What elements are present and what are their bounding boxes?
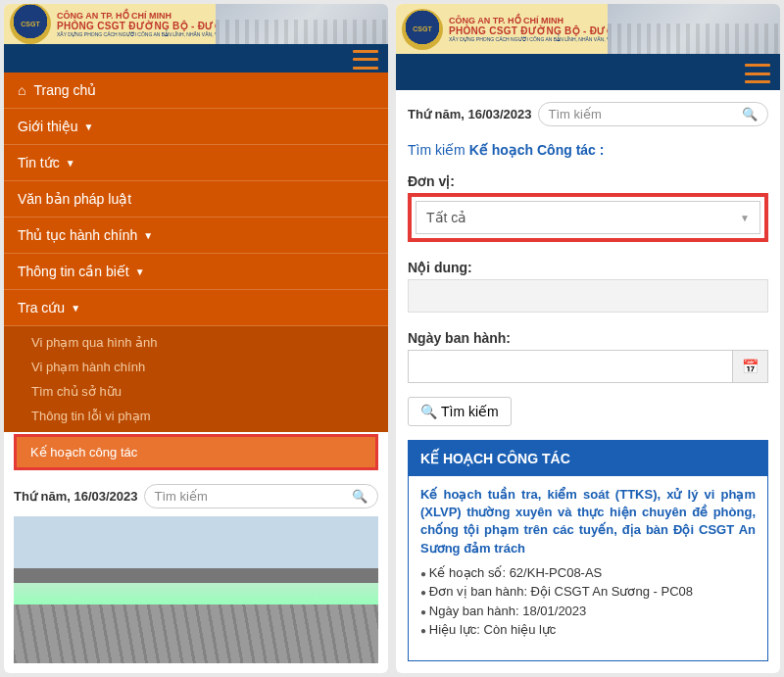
csgt-logo-icon: CSGT [10, 4, 51, 44]
search-icon: 🔍 [742, 107, 758, 121]
banner-photo [216, 4, 388, 44]
main-menu: Trang chủ Giới thiệu▼ Tin tức▼ Văn bản p… [4, 73, 388, 432]
search-placeholder: Tìm kiếm [155, 489, 208, 504]
menu-lookup-label: Tra cứu [18, 300, 65, 315]
plan-issuer: Đơn vị ban hành: Đội CSGT An Sương - PC0… [420, 582, 756, 602]
unit-select-value: Tất cả [426, 210, 466, 225]
panel-body: Kế hoạch tuần tra, kiểm soát (TTKS), xử … [409, 476, 767, 650]
results-panel: KẾ HOẠCH CÔNG TÁC Kế hoạch tuần tra, kiể… [408, 440, 768, 661]
content-label: Nội dung: [408, 260, 768, 275]
plan-number: Kế hoạch số: 62/KH-PC08-AS [420, 563, 756, 583]
menu-admin-label: Thủ tục hành chính [18, 227, 137, 243]
right-screenshot: CSGT CÔNG AN TP. HỒ CHÍ MINH PHÒNG CSGT … [396, 4, 780, 673]
search-placeholder: Tìm kiếm [549, 107, 602, 121]
header-banner: CSGT CÔNG AN TP. HỒ CHÍ MINH PHÒNG CSGT … [4, 4, 388, 47]
plan-title[interactable]: Kế hoạch tuần tra, kiểm soát (TTKS), xử … [420, 486, 756, 557]
search-title-bold: Kế hoạch Công tác : [469, 142, 605, 158]
search-input[interactable]: Tìm kiếm 🔍 [538, 102, 768, 126]
street-photo [14, 516, 378, 663]
search-input[interactable]: Tìm kiếm 🔍 [144, 484, 378, 508]
left-screenshot: CSGT CÔNG AN TP. HỒ CHÍ MINH PHÒNG CSGT … [4, 4, 388, 673]
search-title-prefix: Tìm kiếm [408, 142, 469, 158]
unit-select[interactable]: Tất cả ▼ [416, 201, 760, 234]
hamburger-icon[interactable] [745, 64, 770, 83]
highlighted-unit-select: Tất cả ▼ [408, 193, 768, 242]
date-input-row: 📅 [408, 350, 768, 383]
chevron-down-icon: ▼ [143, 230, 153, 241]
date-search-row: Thứ năm, 16/03/2023 Tìm kiếm 🔍 [408, 102, 768, 132]
menu-admin[interactable]: Thủ tục hành chính▼ [4, 218, 388, 254]
menu-lookup[interactable]: Tra cứu▼ [4, 290, 388, 326]
panel-title: KẾ HOẠCH CÔNG TÁC [409, 441, 767, 476]
search-button[interactable]: 🔍 Tìm kiếm [408, 397, 512, 426]
banner-photo [608, 4, 780, 54]
menu-info[interactable]: Thông tin cần biết▼ [4, 254, 388, 290]
menu-news-label: Tin tức [18, 155, 60, 170]
menu-news[interactable]: Tin tức▼ [4, 145, 388, 181]
issue-date-label: Ngày ban hành: [408, 330, 768, 346]
menu-intro[interactable]: Giới thiệu▼ [4, 109, 388, 145]
date-search-row: Thứ năm, 16/03/2023 Tìm kiếm 🔍 [4, 476, 388, 516]
plan-status: Hiệu lực: Còn hiệu lực [420, 620, 756, 640]
chevron-down-icon: ▼ [71, 303, 80, 314]
current-date: Thứ năm, 16/03/2023 [14, 489, 138, 504]
search-icon: 🔍 [352, 489, 368, 504]
sub-admin-violation[interactable]: Vi phạm hành chính [31, 355, 388, 379]
plan-meta: Kế hoạch số: 62/KH-PC08-AS Đơn vị ban hà… [420, 563, 756, 640]
chevron-down-icon: ▼ [135, 266, 145, 277]
date-input[interactable] [408, 350, 733, 383]
calendar-icon: 📅 [742, 359, 759, 374]
menu-legal[interactable]: Văn bản pháp luật [4, 181, 388, 218]
current-date: Thứ năm, 16/03/2023 [408, 107, 532, 121]
navbar [396, 57, 780, 90]
content-area: Thứ năm, 16/03/2023 Tìm kiếm 🔍 Tìm kiếm … [396, 90, 780, 673]
plan-date: Ngày ban hành: 18/01/2023 [420, 602, 756, 621]
highlighted-submenu-item[interactable]: Kế hoạch công tác [14, 434, 378, 470]
chevron-down-icon: ▼ [84, 121, 94, 132]
header-banner: CSGT CÔNG AN TP. HỒ CHÍ MINH PHÒNG CSGT … [396, 4, 780, 57]
search-section-title: Tìm kiếm Kế hoạch Công tác : [408, 142, 768, 158]
menu-info-label: Thông tin cần biết [18, 264, 129, 279]
sub-image-violation[interactable]: Vi phạm qua hình ảnh [31, 330, 388, 355]
sub-find-owner[interactable]: Tìm chủ sở hữu [31, 379, 388, 404]
calendar-button[interactable]: 📅 [733, 350, 768, 383]
sub-violation-info[interactable]: Thông tin lỗi vi phạm [31, 404, 388, 428]
lookup-submenu: Vi phạm qua hình ảnh Vi phạm hành chính … [4, 326, 388, 432]
chevron-down-icon: ▼ [740, 213, 750, 223]
search-button-label: Tìm kiếm [441, 404, 499, 419]
csgt-logo-icon: CSGT [402, 9, 443, 50]
search-icon: 🔍 [420, 404, 437, 419]
navbar [4, 47, 388, 73]
unit-label: Đơn vị: [408, 173, 768, 189]
menu-home[interactable]: Trang chủ [4, 73, 388, 109]
hamburger-icon[interactable] [353, 50, 378, 70]
menu-intro-label: Giới thiệu [18, 119, 78, 134]
content-input[interactable] [408, 279, 768, 313]
chevron-down-icon: ▼ [66, 158, 75, 169]
